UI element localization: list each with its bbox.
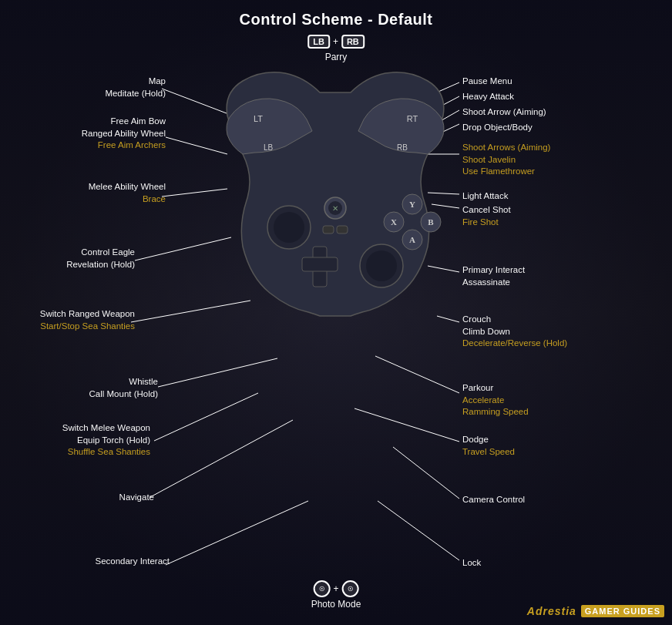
r-badge: ☉	[342, 580, 359, 597]
label-dodge: DodgeTravel Speed	[462, 434, 515, 458]
label-whistle: WhistleCall Mount (Hold)	[58, 376, 158, 400]
svg-text:LB: LB	[264, 143, 274, 152]
label-primary-interact: Primary InteractAssassinate	[462, 264, 525, 288]
photo-mode-label: Photo Mode	[311, 599, 361, 610]
label-pause-menu: Pause Menu	[462, 76, 512, 88]
parry-label: Parry	[325, 52, 348, 62]
label-crouch: CrouchClimb DownDecelerate/Reverse (Hold…	[462, 314, 567, 350]
svg-rect-32	[323, 226, 334, 234]
label-shoot-arrows-gold: Shoot Arrows (Aiming)Shoot JavelinUse Fl…	[462, 142, 550, 178]
label-switch-ranged: Switch Ranged WeaponStart/Stop Sea Shant…	[8, 308, 135, 332]
watermark: Adrestia GAMER GUIDES	[527, 605, 664, 617]
brand-logo: GAMER GUIDES	[581, 605, 664, 617]
label-lock: Lock	[462, 557, 481, 570]
svg-rect-31	[302, 257, 338, 271]
label-parkour: ParkourAccelerateRamming Speed	[462, 382, 529, 418]
svg-text:RB: RB	[397, 143, 408, 152]
svg-text:X: X	[391, 217, 397, 227]
svg-line-20	[393, 447, 459, 499]
label-shoot-arrow: Shoot Arrow (Aiming)	[462, 106, 546, 119]
label-cancel-shot: Cancel ShotFire Shot	[462, 204, 511, 228]
svg-text:✕: ✕	[332, 204, 338, 213]
page-title: Control Scheme - Default	[0, 0, 672, 29]
rb-badge: RB	[341, 35, 365, 49]
label-melee-ability: Melee Ability WheelBrace	[46, 181, 166, 205]
svg-line-7	[150, 420, 293, 497]
photo-mode-section: ☉ + ☉ Photo Mode	[311, 580, 361, 610]
svg-line-8	[166, 501, 308, 565]
controller-diagram: LT RT LB RB ✕ Y X B	[185, 62, 486, 385]
label-heavy-attack: Heavy Attack	[462, 91, 514, 103]
svg-text:Y: Y	[409, 200, 415, 209]
label-navigate: Navigate	[85, 492, 154, 504]
l-badge: ☉	[313, 580, 330, 597]
label-control-eagle: Control EagleRevelation (Hold)	[42, 247, 135, 270]
svg-point-29	[366, 250, 397, 281]
svg-line-6	[154, 393, 258, 441]
svg-rect-33	[337, 226, 348, 234]
site-name: Adrestia	[527, 605, 576, 617]
label-drop-object: Drop Object/Body	[462, 122, 533, 134]
label-switch-melee: Switch Melee WeaponEquip Torch (Hold)Shu…	[15, 422, 150, 459]
label-camera-control: Camera Control	[462, 494, 525, 506]
svg-text:LT: LT	[254, 114, 263, 123]
label-secondary-interact: Secondary Interact	[35, 556, 170, 568]
svg-line-21	[378, 501, 459, 560]
label-free-aim: Free Aim BowRanged Ability WheelFree Aim…	[17, 116, 166, 152]
svg-point-27	[274, 212, 304, 243]
label-light-attack: Light Attack	[462, 190, 508, 203]
label-map: MapMeditate (Hold)	[62, 76, 166, 99]
lb-badge: LB	[307, 35, 330, 49]
svg-text:RT: RT	[407, 114, 418, 123]
parry-section: LB + RB Parry	[307, 35, 365, 62]
svg-text:A: A	[409, 235, 415, 244]
svg-text:B: B	[428, 217, 434, 227]
svg-line-19	[354, 408, 459, 442]
